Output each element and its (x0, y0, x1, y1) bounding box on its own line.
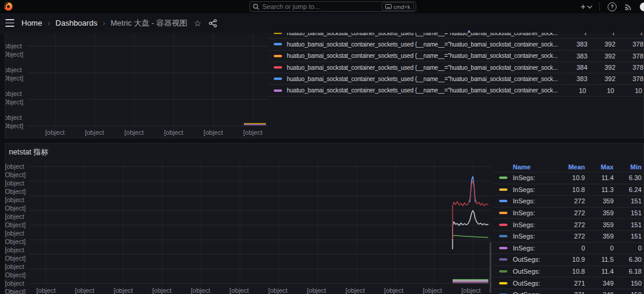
news-button[interactable] (624, 3, 632, 11)
menu-button[interactable] (5, 19, 14, 26)
series-mean: 10.8 (554, 268, 585, 275)
series-min: 6.18 (614, 268, 643, 275)
series-value-1: 384 (559, 64, 587, 71)
x-tick-label: [object Object] (190, 286, 211, 294)
series-name: huatuo_bamai_sockstat_container_sockets_… (287, 41, 559, 48)
y-tick-label: [object Object] (5, 42, 23, 58)
legend-row[interactable]: InSegs: 272 359 151 (493, 207, 643, 219)
y-tick-label: [object Object] (5, 212, 26, 229)
search-input[interactable]: Search or jump to... cmd+k (249, 1, 416, 12)
series-color-swatch (274, 89, 282, 92)
series-max: 11.4 (585, 174, 614, 181)
legend-row[interactable]: OutSegs: 271 349 150 (493, 289, 643, 294)
series-color-swatch (499, 282, 507, 284)
x-tick-label: [object Object] (163, 128, 184, 137)
series-value-1: 383 (559, 75, 587, 82)
x-tick-label: [object Object] (35, 286, 57, 294)
series-color-swatch (499, 188, 507, 191)
divider (599, 2, 600, 11)
x-tick-label: [object Object] (123, 128, 145, 137)
legend-row[interactable]: InSegs: 10.9 11.4 6.30 (493, 172, 643, 184)
legend-row[interactable]: OutSegs: 271 349 150 (493, 277, 643, 289)
legend-header-mean[interactable]: Mean (554, 163, 585, 171)
series-mean: 272 (554, 221, 585, 228)
panel-title[interactable]: netstat 指标 (9, 147, 48, 157)
legend-row[interactable]: OutSegs: 10.8 11.4 6.18 (493, 265, 643, 277)
breadcrumb-separator: › (48, 18, 50, 27)
x-tick-label: [object Object] (203, 128, 224, 137)
series-value-1: 383 (559, 52, 587, 60)
shortcut-badge: cmd+k (382, 2, 414, 11)
legend-row[interactable]: huatuo_bamai_sockstat_container_sockets_… (269, 73, 643, 85)
sockstat-chart[interactable] (27, 33, 268, 126)
help-button[interactable]: ? (608, 2, 617, 11)
series-color-swatch (499, 247, 507, 249)
legend-row[interactable]: huatuo_bamai_sockstat_container_sockets_… (269, 62, 643, 73)
series-mean: 272 (554, 197, 585, 205)
netstat-chart[interactable] (29, 162, 492, 284)
user-avatar[interactable] (640, 2, 644, 11)
series-max: 349 (585, 280, 614, 287)
x-tick-label: [object Object] (228, 286, 250, 294)
legend-row[interactable]: InSegs: 272 359 151 (493, 195, 643, 207)
series-name: InSegs: (513, 221, 554, 228)
series-max: 359 (585, 221, 614, 228)
legend-row[interactable]: InSegs: 0 0 0 (493, 242, 643, 254)
series-color-swatch (274, 66, 282, 69)
legend-scrollbar[interactable] (490, 242, 491, 293)
x-tick-label: [object Object] (345, 286, 366, 294)
series-max: 11.3 (585, 186, 614, 193)
legend-row[interactable]: huatuo_bamai_sockstat_container_sockets_… (269, 51, 643, 62)
series-name: OutSegs: (513, 280, 554, 287)
series-color-swatch (499, 200, 507, 202)
series-value-2: 392 (587, 52, 615, 60)
legend-row[interactable]: OutSegs: 10.9 11.5 6.30 (493, 253, 643, 265)
legend-header-max[interactable]: Max (585, 163, 614, 171)
series-value-3: 378 (615, 64, 643, 71)
series-min: 151 (614, 221, 643, 228)
series-color-swatch (274, 43, 282, 45)
x-tick-label: [object Object] (383, 286, 404, 294)
series-name: OutSegs: (513, 256, 554, 263)
series-min: 6.30 (614, 256, 643, 263)
x-tick-label: [object Object] (460, 286, 482, 294)
legend-row[interactable]: huatuo_bamai_sockstat_container_sockets_… (269, 33, 643, 39)
legend-row[interactable]: huatuo_bamai_sockstat_container_sockets_… (269, 39, 643, 50)
series-name: huatuo_bamai_sockstat_container_sockets_… (287, 64, 559, 71)
breadcrumb-dashboards[interactable]: Dashboards (55, 18, 97, 27)
legend-header-min[interactable]: Min (614, 163, 643, 171)
series-color-swatch (274, 33, 282, 34)
series-min: 150 (614, 280, 643, 287)
chevron-down-icon (587, 4, 592, 8)
netstat-x-axis: [object Object][object Object][object Ob… (35, 286, 482, 294)
x-tick-label: [object Object] (267, 286, 289, 294)
series-name: InSegs: (513, 209, 554, 216)
series-name: huatuo_bamai_sockstat_container_sockets_… (287, 52, 559, 59)
share-button[interactable] (209, 19, 217, 27)
breadcrumb-home[interactable]: Home (21, 18, 42, 27)
series-name: huatuo_bamai_sockstat_container_sockets_… (287, 87, 558, 94)
series-max: 359 (585, 233, 614, 240)
legend-row[interactable]: huatuo_bamai_sockstat_container_sockets_… (269, 85, 643, 96)
legend-row[interactable]: InSegs: 272 359 151 (493, 230, 643, 242)
series-mean: 272 (554, 233, 585, 240)
x-tick-label: [object Object] (113, 286, 134, 294)
legend-header-name[interactable]: Name (513, 163, 554, 171)
legend-header: Name Mean Max Min (493, 162, 643, 172)
series-mean: 10.9 (554, 174, 585, 181)
grafana-logo[interactable] (4, 2, 13, 11)
series-mean: 271 (554, 280, 585, 287)
legend-row[interactable]: InSegs: 10.8 11.3 6.24 (493, 184, 643, 196)
new-button[interactable]: + (581, 2, 592, 11)
dashboard-toolbar: Home › Dashboards › Metric 大盘 - 容器视图 ☆ +… (0, 13, 644, 33)
favorite-star-icon[interactable]: ☆ (194, 18, 202, 28)
series-value-1: 10 (558, 87, 586, 94)
series-color-swatch (499, 258, 507, 261)
series-color-swatch (274, 78, 282, 80)
series-value-2: 7 (587, 33, 615, 36)
x-tick-label: [object Object] (44, 128, 66, 137)
series-color-swatch (499, 212, 507, 214)
series-min: 150 (614, 291, 643, 294)
legend-row[interactable]: InSegs: 272 359 151 (493, 218, 643, 230)
series-value-2: 10 (586, 87, 614, 94)
